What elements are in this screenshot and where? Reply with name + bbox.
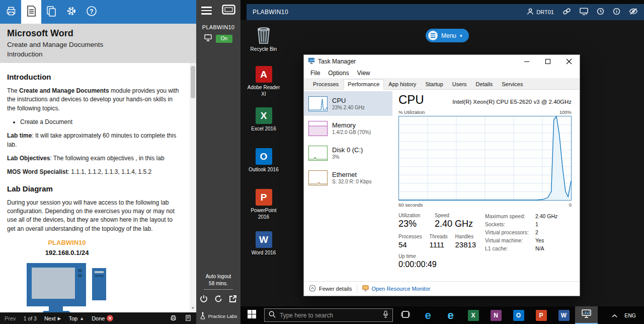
lab-time: Lab time: It will take approximately 60 … bbox=[7, 132, 181, 149]
session-timer-icon[interactable] bbox=[597, 8, 604, 17]
cpu-thumbnail-graph bbox=[308, 96, 328, 111]
desktop-icon-powerpoint[interactable]: P PowerPoint 2016 bbox=[245, 185, 282, 220]
windows-logo-icon bbox=[248, 310, 256, 320]
minimize-button[interactable] bbox=[516, 55, 537, 68]
onenote-icon: N bbox=[491, 310, 502, 321]
menu-hamburger-button[interactable] bbox=[201, 5, 212, 17]
menu-options[interactable]: Options bbox=[324, 69, 353, 77]
internet-explorer-icon: e bbox=[447, 310, 453, 321]
task-manager-window: Task Manager File Options View Processes… bbox=[303, 54, 580, 296]
print-button[interactable] bbox=[1, 0, 21, 24]
lab-guide-button[interactable] bbox=[21, 0, 41, 24]
uptime-value: 0:00:00:49 bbox=[398, 260, 485, 269]
cpu-utilization-graph bbox=[398, 116, 572, 201]
content-scrollbar[interactable]: ▾ bbox=[190, 63, 196, 312]
next-button[interactable]: Next▶ bbox=[44, 315, 61, 321]
done-button[interactable]: Done bbox=[92, 315, 113, 321]
privacy-screen-icon[interactable] bbox=[629, 8, 638, 17]
screen-share-icon[interactable] bbox=[580, 8, 588, 17]
tab-processes[interactable]: Processes bbox=[308, 79, 343, 90]
tab-services[interactable]: Services bbox=[497, 79, 527, 90]
sidebar-item-cpu[interactable]: CPU23% 2.40 GHz bbox=[304, 91, 392, 116]
desktop-icon-word[interactable]: W Word 2016 bbox=[245, 228, 282, 256]
tab-details[interactable]: Details bbox=[471, 79, 498, 90]
task-manager-tabs: Processes Performance App history Startu… bbox=[304, 78, 580, 90]
pages-button[interactable] bbox=[41, 0, 61, 24]
top-button[interactable]: Top▲ bbox=[68, 315, 84, 321]
top-arrow-icon: ▲ bbox=[79, 316, 84, 321]
help-button[interactable]: ? bbox=[82, 0, 102, 24]
menu-file[interactable]: File bbox=[306, 69, 324, 77]
desktop-icon-outlook[interactable]: O Outlook 2016 bbox=[245, 145, 282, 173]
desktop-icon-recycle-bin[interactable]: Recycle Bin bbox=[245, 24, 282, 53]
vm-menu-button[interactable]: Menu ▾ bbox=[426, 29, 469, 42]
prev-button[interactable]: Prev bbox=[5, 315, 16, 321]
taskbar-app-edge[interactable]: e bbox=[417, 306, 439, 324]
topics-list: Create a Document bbox=[20, 118, 181, 126]
resource-monitor-icon bbox=[362, 285, 369, 292]
session-user[interactable]: DRT01 bbox=[527, 8, 554, 16]
taskbar-app-powerpoint[interactable]: P bbox=[530, 306, 552, 324]
computer-illustration bbox=[14, 261, 120, 312]
taskbar-app-onenote[interactable]: N bbox=[485, 306, 507, 324]
task-view-button[interactable] bbox=[394, 306, 417, 324]
axis-label-60s: 60 seconds bbox=[398, 202, 423, 208]
diagram-device-name: PLABWIN10 bbox=[14, 238, 120, 248]
word-icon: W bbox=[558, 310, 570, 321]
taskbar-search-input[interactable]: Type here to search bbox=[264, 308, 393, 322]
tray-language[interactable]: ENG bbox=[624, 312, 636, 318]
list-item: Create a Document bbox=[20, 118, 181, 126]
cpu-model: Intel(R) Xeon(R) CPU E5-2620 v3 @ 2.40GH… bbox=[452, 99, 572, 105]
desktop-icon-adobe-reader[interactable]: A Adobe Reader XI bbox=[245, 62, 282, 97]
taskbar-app-internet-explorer[interactable]: e bbox=[439, 306, 462, 324]
scroll-down-arrow[interactable]: ▾ bbox=[190, 305, 196, 311]
task-manager-titlebar[interactable]: Task Manager bbox=[304, 55, 580, 68]
connection-icon[interactable] bbox=[562, 8, 571, 17]
lab-section: Introduction bbox=[7, 50, 189, 58]
refresh-button[interactable] bbox=[214, 295, 222, 305]
fewer-details-button[interactable]: Fewer details bbox=[309, 285, 352, 293]
footer-devices-button[interactable] bbox=[185, 314, 192, 322]
remote-host-label: PLABWIN10 bbox=[253, 9, 288, 16]
maximize-button[interactable] bbox=[537, 55, 558, 68]
menu-view[interactable]: View bbox=[353, 69, 374, 77]
power-state-button[interactable]: On bbox=[216, 35, 232, 43]
sidebar-item-memory[interactable]: Memory1.4/2.0 GB (70%) bbox=[304, 116, 392, 141]
popout-button[interactable] bbox=[229, 295, 237, 305]
start-button[interactable] bbox=[240, 306, 263, 324]
open-resource-monitor-link[interactable]: Open Resource Monitor bbox=[362, 285, 430, 292]
taskbar-app-word[interactable]: W bbox=[552, 306, 575, 324]
scrollbar-thumb[interactable] bbox=[191, 66, 195, 98]
mos-objectives: MOS Word Specialist: 1.1.1, 1.1.2, 1.1.3… bbox=[7, 168, 181, 176]
desktop-icon-excel[interactable]: X Excel 2016 bbox=[245, 104, 282, 133]
tab-performance[interactable]: Performance bbox=[343, 79, 384, 90]
taskbar-app-outlook[interactable]: O bbox=[507, 306, 530, 324]
remote-desktop-area: PLABWIN10 DRT01 Recycle Bin bbox=[240, 0, 644, 324]
footer-print-button[interactable] bbox=[170, 314, 177, 322]
help-icon: ? bbox=[86, 5, 98, 19]
instructions-footer: Prev 1 of 3 Next▶ Top▲ Done bbox=[0, 312, 196, 324]
lab-subtitle: Create and Manage Documents bbox=[7, 41, 189, 48]
sidebar-item-disk[interactable]: Disk 0 (C:)3% bbox=[304, 141, 392, 165]
axis-label-0: 0 bbox=[569, 202, 572, 208]
microphone-icon[interactable] bbox=[383, 310, 388, 320]
sidebar-item-ethernet[interactable]: EthernetS: 32.0 R: 0 Kbps bbox=[304, 165, 392, 190]
task-view-icon bbox=[401, 310, 410, 320]
cpu-speed-value: 2.40 GHz bbox=[435, 219, 473, 229]
tab-app-history[interactable]: App history bbox=[384, 79, 421, 90]
close-button[interactable] bbox=[558, 55, 580, 68]
tab-users[interactable]: Users bbox=[448, 79, 471, 90]
info-icon[interactable] bbox=[613, 8, 620, 17]
power-button[interactable] bbox=[200, 295, 208, 305]
settings-button[interactable] bbox=[61, 0, 82, 24]
gear-icon bbox=[65, 5, 77, 19]
lab-objectives: Lab Objectives: The following exam objec… bbox=[7, 154, 181, 163]
device-list-icon bbox=[185, 314, 192, 322]
screen-toggle-button[interactable] bbox=[222, 5, 235, 17]
tray-chevron-up-icon[interactable] bbox=[612, 311, 617, 320]
taskbar-app-excel[interactable]: X bbox=[462, 306, 485, 324]
lab-instructions-panel: ? Microsoft Word Create and Manage Docum… bbox=[0, 0, 196, 324]
taskbar-app-task-manager[interactable] bbox=[575, 306, 598, 324]
tab-startup[interactable]: Startup bbox=[421, 79, 447, 90]
lab-diagram-paragraph: During your session you will have access… bbox=[7, 199, 181, 234]
